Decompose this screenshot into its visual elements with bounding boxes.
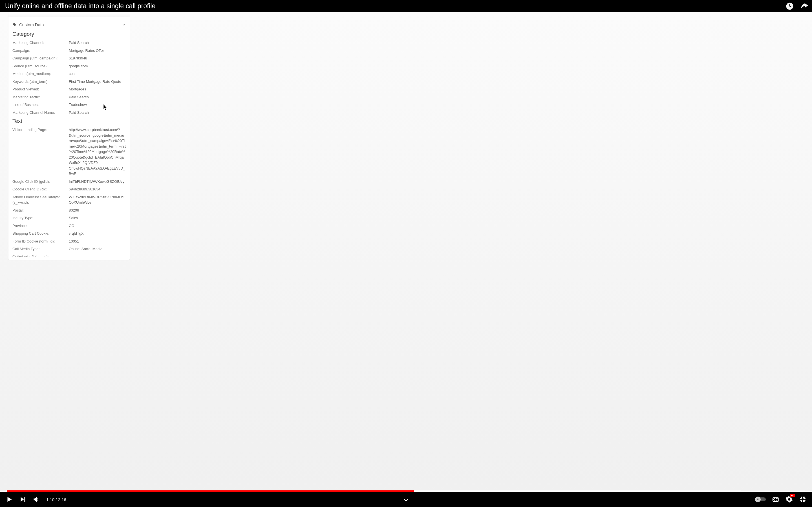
clock-icon — [785, 2, 794, 10]
kv-row: Shopping Cart Cookie:vrqfdTgX — [8, 230, 130, 237]
kv-row: Marketing Channel:Paid Search — [8, 39, 130, 47]
play-icon — [6, 496, 13, 503]
kv-row: Marketing Tactic:Paid Search — [8, 93, 130, 101]
kv-value: First Time Mortgage Rate Quote — [69, 79, 121, 84]
kv-row: Adobe Omniture SiteCatalyst (s_kwcid):WX… — [8, 193, 130, 207]
kv-row: Google Client ID (cid):694628689.301634 — [8, 185, 130, 193]
kv-row: Google Click ID (gclid):IniTbFLNDTIjWWKo… — [8, 178, 130, 186]
kv-value: 619783948 — [69, 55, 87, 61]
svg-rect-2 — [24, 497, 25, 502]
kv-value: Paid Search — [69, 40, 89, 46]
kv-label: Shopping Cart Cookie: — [12, 231, 69, 236]
group-heading-text: Text — [8, 116, 130, 126]
time-current: 1:10 — [46, 497, 54, 502]
custom-data-header[interactable]: Custom Data — [8, 17, 130, 29]
kv-label: Marketing Channel Name: — [12, 110, 69, 115]
kv-label: Keywords (utm_term): — [12, 79, 69, 84]
kv-value: 694628689.301634 — [69, 186, 100, 192]
share-icon — [800, 2, 809, 10]
kv-value: Paid Search — [69, 94, 89, 100]
tag-icon — [12, 22, 17, 27]
video-title: Unify online and offline data into a sin… — [5, 2, 156, 10]
kv-value: Mortgages — [69, 87, 86, 92]
kv-label: Product Viewed: — [12, 87, 69, 92]
kv-row: Source (utm_source):google.com — [8, 62, 130, 70]
watch-later-button[interactable] — [785, 2, 794, 10]
kv-label: Optimizely ID (opt_id): — [12, 254, 69, 257]
kv-row: Line of Business:Tradeshow — [8, 101, 130, 109]
kv-value: Mortgage Rates Offer — [69, 48, 104, 54]
kv-label: Medium (utm_medium): — [12, 71, 69, 76]
kv-row: Call Media Type:Online: Social Media — [8, 245, 130, 253]
collapse-chevron-button[interactable] — [403, 497, 409, 504]
kv-label: Campaign (utm_campaign): — [12, 55, 69, 61]
pause-icon — [756, 498, 759, 501]
kv-row-cutoff: Optimizely ID (opt_id):··· — [8, 253, 130, 257]
kv-value: cpc — [69, 71, 74, 76]
exit-fullscreen-icon — [799, 496, 806, 503]
kv-label: Province: — [12, 223, 69, 229]
kv-value: vrqfdTgX — [69, 231, 84, 236]
kv-row: Marketing Channel Name:Paid Search — [8, 109, 130, 117]
autoplay-toggle[interactable] — [756, 497, 766, 501]
kv-value: 10051 — [69, 238, 79, 244]
kv-value: http://www.corpbanktrust.com/?&utm_sourc… — [69, 127, 126, 177]
kv-value: 80206 — [69, 208, 79, 213]
kv-label: Campaign: — [12, 48, 69, 54]
hd-badge: HD — [790, 494, 795, 497]
toggle-knob — [755, 497, 761, 502]
kv-label: Marketing Tactic: — [12, 94, 69, 100]
kv-label: Marketing Channel: — [12, 40, 69, 46]
custom-data-panel: Custom Data Category Marketing Channel:P… — [8, 12, 130, 260]
kv-label: Inquiry Type: — [12, 215, 69, 221]
share-button[interactable] — [800, 2, 809, 10]
kv-label: Visitor Landing Page: — [12, 127, 69, 133]
kv-value: Tradeshow — [69, 102, 87, 108]
kv-row: Product Viewed:Mortgages — [8, 86, 130, 93]
group-heading-category: Category — [8, 29, 130, 39]
title-bar-actions — [785, 2, 809, 10]
volume-button[interactable] — [33, 496, 40, 503]
settings-button[interactable]: HD — [785, 496, 793, 503]
svg-point-1 — [13, 23, 14, 24]
kv-row: Form ID Cookie (form_id):10051 — [8, 237, 130, 245]
kv-value: WXlawxtcLtIMWRRStKvQNhMUcOpXUmhWLe — [69, 194, 126, 205]
video-content: Custom Data Category Marketing Channel:P… — [0, 12, 812, 492]
controls-left: 1:10 / 2:16 — [6, 496, 66, 503]
exit-fullscreen-button[interactable] — [799, 496, 806, 503]
kv-value: CO — [69, 223, 74, 229]
kv-value: google.com — [69, 63, 88, 69]
section-title: Custom Data — [19, 22, 44, 27]
kv-row: Campaign:Mortgage Rates Offer — [8, 47, 130, 55]
kv-value: Sales — [69, 215, 78, 221]
kv-row: Visitor Landing Page:http://www.corpbank… — [8, 126, 130, 178]
kv-label: Adobe Omniture SiteCatalyst (s_kwcid): — [12, 194, 69, 205]
kv-label: Postal: — [12, 208, 69, 213]
volume-icon — [33, 496, 40, 503]
kv-row: Postal:80206 — [8, 207, 130, 214]
kv-label: Google Click ID (gclid): — [12, 179, 69, 184]
cc-icon: CC — [772, 497, 779, 502]
kv-label: Google Client ID (cid): — [12, 186, 69, 192]
time-separator: / — [54, 497, 58, 502]
time-display: 1:10 / 2:16 — [46, 497, 66, 502]
section-header-left: Custom Data — [12, 22, 44, 27]
next-button[interactable] — [19, 496, 27, 503]
play-button[interactable] — [6, 496, 13, 503]
svg-rect-3 — [757, 499, 758, 500]
kv-row: Inquiry Type:Sales — [8, 214, 130, 222]
kv-row: Campaign (utm_campaign):619783948 — [8, 54, 130, 62]
kv-row: Medium (utm_medium):cpc — [8, 70, 130, 78]
time-total: 2:16 — [58, 497, 66, 502]
kv-label: Call Media Type: — [12, 246, 69, 252]
kv-row: Province:CO — [8, 222, 130, 230]
kv-label: Line of Business: — [12, 102, 69, 108]
chevron-down-icon — [403, 497, 409, 504]
captions-button[interactable]: CC — [772, 496, 779, 503]
kv-value: IniTbFLNDTIjWWKowpGSZOIUvy — [69, 179, 124, 184]
kv-label: Form ID Cookie (form_id): — [12, 238, 69, 244]
kv-row: Keywords (utm_term):First Time Mortgage … — [8, 78, 130, 86]
video-title-bar: Unify online and offline data into a sin… — [0, 0, 812, 12]
kv-value: ··· — [69, 254, 72, 257]
chevron-down-icon — [122, 23, 126, 27]
